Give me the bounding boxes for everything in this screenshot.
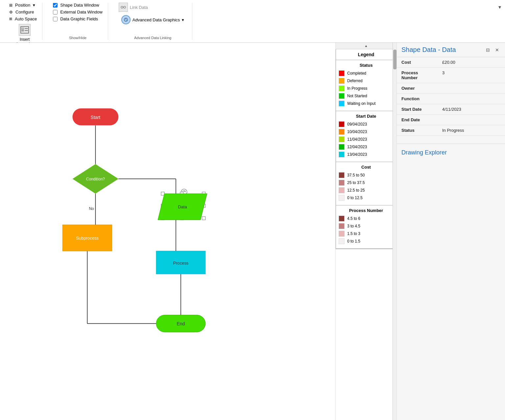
panel-controls: ⊟ ✕ [485,47,500,53]
legend-section-status: Status Completed Deferred In Progress No… [336,60,396,111]
shape-data-window-checkbox[interactable] [53,3,58,8]
list-item: 4.5 to 6 [339,216,394,222]
data-row: Start Date 4/11/2023 [397,104,505,115]
list-item: 09/04/2023 [339,121,394,127]
status-value: In Progress [440,125,505,135]
main-area: No Start Condition? Subpro [0,43,505,420]
list-item: 3 to 4.5 [339,223,394,229]
show-hide-items: Shape Data Window External Data Window D… [53,3,103,33]
data-graphic-fields-item[interactable]: Data Graphic Fields [53,16,103,21]
svg-point-6 [124,6,126,8]
data-graphic-fields-checkbox[interactable] [53,17,58,21]
drawing-explorer-title: Drawing Explorer [397,145,505,160]
owner-value [440,83,505,93]
toolbar: ⊞ Position ▾ ⚙ Configure ⊞ Auto Space [0,0,505,43]
legend-section-cost: Cost 37.5 to 50 25 to 37.5 12.5 to 25 0 … [336,162,396,205]
data-row: Function [397,94,505,104]
link-data-button[interactable]: Link Data [119,3,187,12]
function-label: Function [397,94,440,104]
legend-scrollbar[interactable] [393,43,397,420]
legend-section-process-number: Process Number 4.5 to 6 3 to 4.5 1.5 to … [336,205,396,249]
status-notstarted-color [339,93,345,99]
legend-title: Legend [336,49,396,60]
svg-line-10 [126,20,127,21]
advanced-graphics-icon [121,15,131,24]
legend-processnumber-title: Process Number [339,208,394,213]
legend-status-title: Status [339,63,394,68]
status-label: Status [397,125,440,135]
panel-header: Shape Data - Data ⊟ ✕ [397,43,505,57]
list-item: Waiting on Input [339,101,394,106]
legend-cost-title: Cost [339,165,394,170]
svg-point-5 [121,6,123,8]
svg-rect-25 [202,217,205,220]
status-completed-color [339,70,345,76]
list-item: In Progress [339,85,394,91]
function-value [440,94,505,104]
svg-rect-2 [22,30,24,31]
svg-rect-22 [161,192,164,195]
list-item: Completed [339,70,394,76]
auto-space-button[interactable]: ⊞ Auto Space [9,16,37,21]
legend-panel: Legend Status Completed Deferred In Prog… [336,49,397,249]
data-row: End Date [397,115,505,125]
legend-panel-container: ▲ Legend Status Completed Deferred In Pr… [336,43,397,420]
advanced-data-graphics-button[interactable]: Advanced Data Graphics ▾ [119,14,187,26]
list-item: 25 to 37.5 [339,180,394,186]
end-date-value [440,115,505,125]
svg-text:No: No [89,206,94,211]
list-item: 12/04/2023 [339,144,394,150]
external-data-window-checkbox[interactable] [53,10,58,14]
data-table: Cost £20.00 Process Number 3 Owner Funct… [397,57,505,136]
list-item: 12.5 to 25 [339,187,394,193]
flowchart-svg: No Start Condition? Subpro [0,43,335,420]
data-row: Process Number 3 [397,68,505,83]
list-item: 11/04/2023 [339,136,394,142]
configure-button[interactable]: ⚙ Configure [9,10,37,14]
data-row: Owner [397,83,505,94]
svg-text:Process: Process [173,261,189,266]
status-waitinginput-color [339,101,345,106]
legend-startdate-title: Start Date [339,114,394,119]
svg-text:Start: Start [91,115,101,120]
panel-pin-button[interactable]: ⊟ [485,47,491,53]
svg-rect-1 [22,28,24,29]
toolbar-group-display-data: ⊞ Position ▾ ⚙ Configure ⊞ Auto Space [4,3,42,40]
start-date-label: Start Date [397,104,440,114]
panel-close-button[interactable]: ✕ [494,47,500,53]
cost-value: £20.00 [440,57,505,67]
list-item: 13/04/2023 [339,152,394,157]
canvas-area[interactable]: No Start Condition? Subpro [0,43,336,420]
list-item: Not Started [339,93,394,99]
insert-legend-icon [19,24,31,36]
process-number-label: Process Number [397,68,440,83]
legend-scrollbar-thumb[interactable] [393,50,397,69]
shape-data-window-item[interactable]: Shape Data Window [53,3,103,8]
svg-text:Condition?: Condition? [86,177,105,181]
external-data-window-item[interactable]: External Data Window [53,10,103,14]
toolbar-group-show-hide: Shape Data Window External Data Window D… [48,3,108,40]
toolbar-display-items: ⊞ Position ▾ ⚙ Configure ⊞ Auto Space [9,3,37,21]
list-item: 37.5 to 50 [339,172,394,178]
svg-text:Subprocess: Subprocess [76,236,99,241]
advanced-items: Link Data Advanced Data Graphics ▾ [119,3,187,33]
shape-data-panel: Shape Data - Data ⊟ ✕ Cost £20.00 Proces… [397,43,505,420]
end-date-label: End Date [397,115,440,125]
position-button[interactable]: ⊞ Position ▾ [9,3,37,8]
data-row: Cost £20.00 [397,57,505,68]
list-item: 0 to 12.5 [339,195,394,201]
legend-section-startdate: Start Date 09/04/2023 10/04/2023 11/04/2… [336,111,396,162]
panel-title: Shape Data - Data [401,46,456,54]
list-item: 10/04/2023 [339,129,394,135]
legend-scroll-up[interactable]: ▲ [336,43,397,49]
status-deferred-color [339,78,345,84]
list-item: 0 to 1.5 [339,238,394,244]
status-inprogress-color [339,85,345,91]
process-number-value: 3 [440,68,505,83]
owner-label: Owner [397,83,440,93]
drawing-explorer-section: Drawing Explorer [397,144,505,160]
cost-label: Cost [397,57,440,67]
link-data-icon [119,3,128,12]
toolbar-collapse-button[interactable]: ▾ [498,3,501,40]
toolbar-group-advanced: Link Data Advanced Data Graphics ▾ Advan… [113,3,193,40]
